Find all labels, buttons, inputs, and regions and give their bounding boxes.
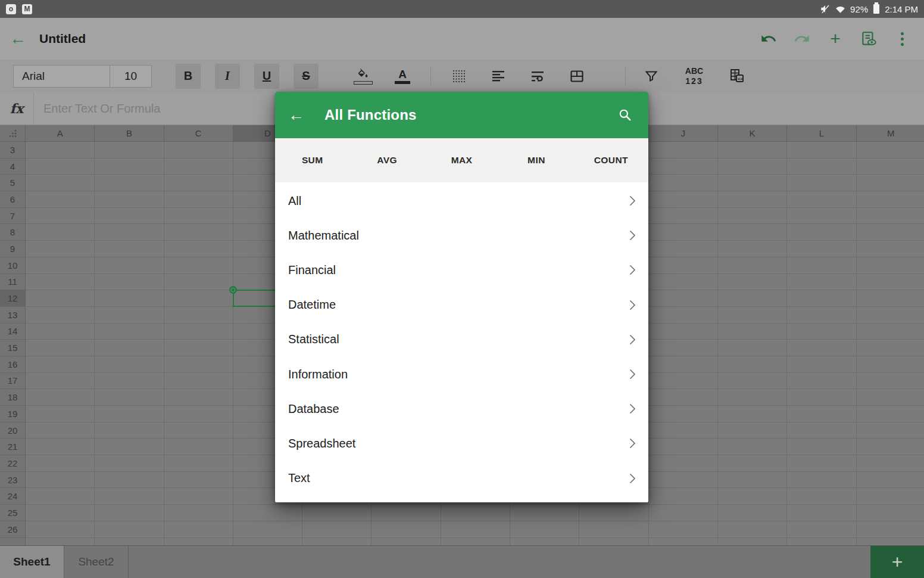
grid-cell[interactable] <box>649 191 718 208</box>
grid-cell[interactable] <box>787 191 856 208</box>
grid-cell[interactable] <box>857 521 924 538</box>
grid-cell[interactable] <box>26 257 95 274</box>
grid-cell[interactable] <box>164 488 233 505</box>
grid-cell[interactable] <box>718 422 787 439</box>
grid-cell[interactable] <box>302 521 372 538</box>
grid-cell[interactable] <box>787 142 856 159</box>
grid-cell[interactable] <box>787 505 856 521</box>
grid-cell[interactable] <box>302 538 372 546</box>
row-header-21[interactable]: 21 <box>0 439 26 455</box>
grid-cell[interactable] <box>95 241 164 257</box>
grid-cell[interactable] <box>649 389 718 406</box>
grid-cell[interactable] <box>95 373 164 390</box>
grid-cell[interactable] <box>787 175 856 191</box>
row-header-22[interactable]: 22 <box>0 455 26 472</box>
grid-cell[interactable] <box>718 224 787 241</box>
category-item-statistical[interactable]: Statistical <box>275 322 648 357</box>
grid-cell[interactable] <box>857 175 924 191</box>
grid-cell[interactable] <box>718 175 787 191</box>
grid-cell[interactable] <box>649 373 718 390</box>
grid-cell[interactable] <box>857 373 924 390</box>
grid-cell[interactable] <box>164 439 233 455</box>
grid-cell[interactable] <box>718 488 787 505</box>
grid-cell[interactable] <box>164 208 233 225</box>
grid-cell[interactable] <box>787 455 856 472</box>
grid-cell[interactable] <box>857 290 924 307</box>
grid-cell[interactable] <box>26 439 95 455</box>
grid-cell[interactable] <box>26 472 95 489</box>
grid-cell[interactable] <box>26 521 95 538</box>
grid-cell[interactable] <box>95 208 164 225</box>
grid-cell[interactable] <box>95 324 164 340</box>
grid-cell[interactable] <box>649 208 718 225</box>
bold-button[interactable]: B <box>176 64 201 89</box>
grid-cell[interactable] <box>233 505 302 521</box>
grid-cell[interactable] <box>233 521 302 538</box>
grid-cell[interactable] <box>787 373 856 390</box>
fill-color-button[interactable] <box>351 64 376 89</box>
grid-cell[interactable] <box>787 472 856 489</box>
underline-button[interactable]: U <box>254 64 279 89</box>
wrap-text-icon[interactable] <box>525 64 550 89</box>
grid-cell[interactable] <box>649 307 718 324</box>
grid-cell[interactable] <box>164 241 233 257</box>
grid-cell[interactable] <box>26 241 95 257</box>
font-size-select[interactable]: 10 <box>110 65 152 88</box>
grid-cell[interactable] <box>26 340 95 356</box>
grid-cell[interactable] <box>649 521 718 538</box>
category-item-information[interactable]: Information <box>275 357 648 391</box>
grid-cell[interactable] <box>857 224 924 241</box>
grid-cell[interactable] <box>510 505 579 521</box>
grid-cell[interactable] <box>95 472 164 489</box>
row-header-partial[interactable] <box>0 538 26 546</box>
grid-cell[interactable] <box>95 521 164 538</box>
grid-cell[interactable] <box>26 505 95 521</box>
italic-button[interactable]: I <box>215 64 240 89</box>
grid-cell[interactable] <box>649 290 718 307</box>
grid-cell[interactable] <box>95 422 164 439</box>
grid-cell[interactable] <box>95 340 164 356</box>
grid-cell[interactable] <box>164 389 233 406</box>
grid-cell[interactable] <box>649 257 718 274</box>
grid-cell[interactable] <box>579 538 648 546</box>
merge-cells-icon[interactable] <box>564 64 589 89</box>
column-header-J[interactable]: J <box>649 125 718 142</box>
row-header-18[interactable]: 18 <box>0 389 26 406</box>
category-item-database[interactable]: Database <box>275 391 648 426</box>
grid-cell[interactable] <box>857 538 924 546</box>
grid-cell[interactable] <box>649 538 718 546</box>
quick-function-max[interactable]: MAX <box>424 155 499 166</box>
grid-cell[interactable] <box>26 324 95 340</box>
print-preview-icon[interactable] <box>859 29 879 49</box>
row-header-8[interactable]: 8 <box>0 224 26 241</box>
grid-cell[interactable] <box>95 389 164 406</box>
grid-cell[interactable] <box>233 538 302 546</box>
row-header-17[interactable]: 17 <box>0 373 26 390</box>
row-header-14[interactable]: 14 <box>0 324 26 340</box>
grid-cell[interactable] <box>787 538 856 546</box>
column-header-A[interactable]: A <box>26 125 95 142</box>
grid-cell[interactable] <box>26 406 95 422</box>
column-header-M[interactable]: M <box>857 125 924 142</box>
grid-cell[interactable] <box>441 521 510 538</box>
grid-cell[interactable] <box>787 324 856 340</box>
conditional-format-icon[interactable]: <= <box>725 64 750 89</box>
strikethrough-button[interactable]: S <box>294 64 319 89</box>
grid-cell[interactable] <box>718 521 787 538</box>
grid-cell[interactable] <box>579 521 648 538</box>
quick-function-sum[interactable]: SUM <box>275 155 349 166</box>
select-all-corner[interactable] <box>0 125 26 142</box>
grid-cell[interactable] <box>718 142 787 159</box>
quick-function-avg[interactable]: AVG <box>349 155 424 166</box>
grid-cell[interactable] <box>857 455 924 472</box>
grid-cell[interactable] <box>649 274 718 291</box>
grid-cell[interactable] <box>510 538 579 546</box>
grid-cell[interactable] <box>857 142 924 159</box>
grid-cell[interactable] <box>649 455 718 472</box>
grid-cell[interactable] <box>26 373 95 390</box>
grid-cell[interactable] <box>718 208 787 225</box>
grid-cell[interactable] <box>787 406 856 422</box>
grid-cell[interactable] <box>857 439 924 455</box>
sheet-tab-sheet2[interactable]: Sheet2 <box>64 546 129 578</box>
grid-cell[interactable] <box>441 538 510 546</box>
